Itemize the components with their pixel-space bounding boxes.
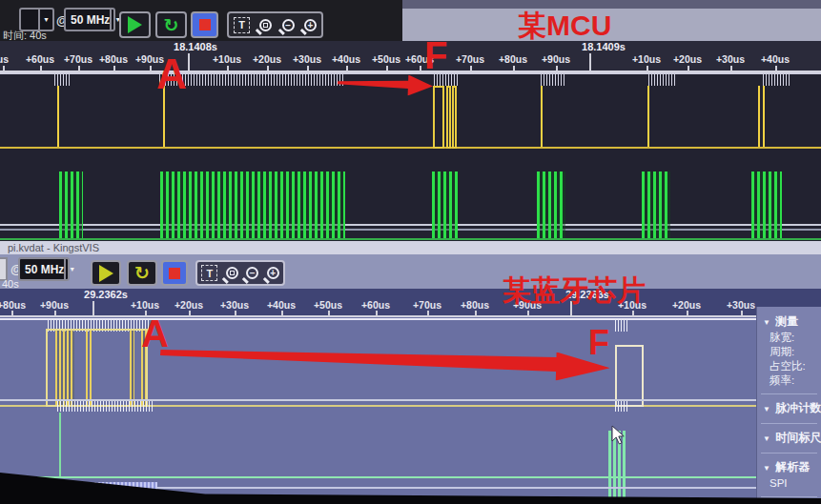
window1-channel-yellow[interactable] (0, 86, 821, 149)
zoom-in-button[interactable]: + (267, 267, 279, 279)
ruler-center-time: 18.1409s (582, 41, 626, 52)
stop-icon (169, 268, 180, 279)
window2-time-ruler[interactable]: 29.2362s29.2363s+80us+90us+10us+20us+30u… (0, 289, 821, 317)
annotation-mcu-label: 某MCU (518, 11, 611, 40)
sidebar-item[interactable]: SPI (757, 476, 821, 491)
pulse-burst (159, 74, 345, 86)
ruler-tick-label: +90us (542, 53, 570, 65)
ruler-tick-label: +40us (332, 53, 360, 65)
ruler-tick-mark (420, 66, 421, 71)
sample-rate-value: 50 MHz (20, 263, 64, 276)
zoom-fit-button[interactable] (226, 267, 238, 279)
zoom-out-button[interactable]: − (282, 19, 295, 31)
text-annotation-button[interactable]: T (234, 17, 250, 33)
stop-capture-button[interactable] (191, 11, 218, 38)
window1-time-ruler[interactable]: 18.1408s18.1409sus+60us+70us+80us+90us+1… (0, 41, 821, 72)
ruler-tick-mark (775, 66, 777, 71)
ruler-tick-mark (632, 311, 634, 316)
ruler-tick-label: +40us (267, 299, 296, 311)
ruler-tick-mark (281, 311, 283, 316)
view-tools-group: T − + (227, 11, 323, 38)
window1-channel-green[interactable] (0, 171, 821, 241)
ruler-center-tick (589, 53, 591, 71)
ruler-tick-label: +10us (632, 53, 661, 65)
sidebar-section-header[interactable]: ▼ 脉冲计数 (757, 400, 821, 417)
annotation-bluetooth-label: 某蓝牙芯片 (503, 276, 646, 305)
ruler-tick-mark (40, 66, 42, 71)
ruler-tick-label: +70us (456, 53, 484, 65)
sample-rate-combo[interactable]: 50 MHz ▼ (64, 8, 115, 31)
chevron-down-icon: ▼ (64, 259, 78, 279)
ruler-tick-label: +50us (314, 299, 342, 311)
zoom-in-button[interactable]: + (304, 19, 317, 31)
ruler-tick-mark (513, 66, 515, 71)
sidebar-separator (761, 496, 817, 497)
green-edge (59, 413, 61, 476)
collapse-arrow-icon: ▼ (763, 405, 770, 413)
start-capture-button[interactable] (119, 11, 151, 38)
ruler-tick-label: +20us (253, 53, 281, 65)
ruler-tick-mark (647, 66, 648, 71)
sidebar-section-label: 测量 (772, 314, 798, 328)
ruler-tick-label: +60us (26, 53, 54, 65)
ruler-tick-label: +80us (99, 53, 128, 65)
pulse-burst (615, 401, 627, 412)
pulse-burst (54, 74, 72, 86)
ruler-tick-mark (11, 311, 13, 316)
sidebar-section-header[interactable]: ▼ 测量 (757, 313, 821, 331)
zoom-fit-icon (230, 271, 235, 275)
pulse (433, 86, 444, 149)
stop-capture-button[interactable] (161, 260, 188, 286)
ruler-tick-label: +70us (64, 53, 92, 65)
sample-rate-value: 50 MHz (66, 13, 110, 27)
ruler-tick-mark (556, 66, 558, 71)
ruler-tick-mark (376, 311, 378, 316)
sample-rate-combo[interactable]: 50 MHz ▼ (18, 257, 70, 281)
sidebar-item: 周期: (757, 345, 821, 359)
ruler-tick-mark (235, 311, 236, 316)
loop-capture-button[interactable]: ↻ (155, 11, 187, 38)
envelope-data-bars (130, 331, 134, 405)
zoom-out-button[interactable]: − (246, 267, 258, 279)
ruler-center-tick (188, 53, 190, 71)
envelope-data-bars (55, 331, 74, 405)
text-annotation-button[interactable]: T (201, 265, 217, 281)
loop-capture-button[interactable]: ↻ (127, 260, 157, 286)
ruler-tick-mark (3, 66, 5, 71)
ruler-tick-mark (741, 311, 743, 316)
wide-pulse (615, 345, 644, 407)
window2-waveform-area[interactable] (0, 317, 756, 504)
ruler-tick-mark (730, 66, 732, 71)
ruler-tick-label: +40us (761, 53, 790, 65)
pulse-burst (541, 74, 565, 86)
sidebar-item: 频率: (757, 373, 821, 388)
annotation-f1-label: F (424, 36, 447, 74)
ruler-tick-label: +30us (293, 53, 321, 65)
zoom-fit-icon (263, 23, 268, 28)
ruler-tick-label: +70us (413, 299, 441, 311)
ruler-tick-mark (687, 311, 688, 316)
logic-analyzer-screenshot: ▼ @ 50 MHz ▼ ↻ T − + 时间: 40s 18.1408s18.… (0, 0, 821, 504)
pulse (763, 86, 765, 147)
green-baseline (0, 238, 821, 240)
ruler-tick-label: +80us (0, 299, 26, 311)
sidebar-section-header[interactable]: ▼ 时间标尺 (757, 430, 821, 447)
zoom-fit-button[interactable] (259, 19, 272, 31)
yellow-baseline (0, 147, 821, 149)
chevron-down-icon: ▼ (38, 10, 52, 30)
start-capture-button[interactable] (91, 260, 121, 286)
envelope-edge (86, 331, 88, 405)
ruler-tick-label: +30us (727, 299, 755, 311)
sidebar-section-label: 脉冲计数 (772, 401, 821, 414)
pulse-burst (432, 171, 458, 238)
ruler-tick-label: +30us (716, 53, 745, 65)
pulse-burst (57, 401, 153, 412)
ruler-tick-mark (150, 66, 152, 71)
ruler-tick-label: +20us (672, 299, 701, 311)
ruler-tick-mark (54, 311, 56, 316)
window2-channel-white2[interactable] (0, 399, 756, 413)
collapse-arrow-icon: ▼ (763, 464, 770, 473)
sidebar-section-header[interactable]: ▼ 解析器 (757, 459, 821, 476)
window1-waveform-area[interactable] (0, 72, 821, 241)
ruler-center-tick (92, 301, 94, 315)
